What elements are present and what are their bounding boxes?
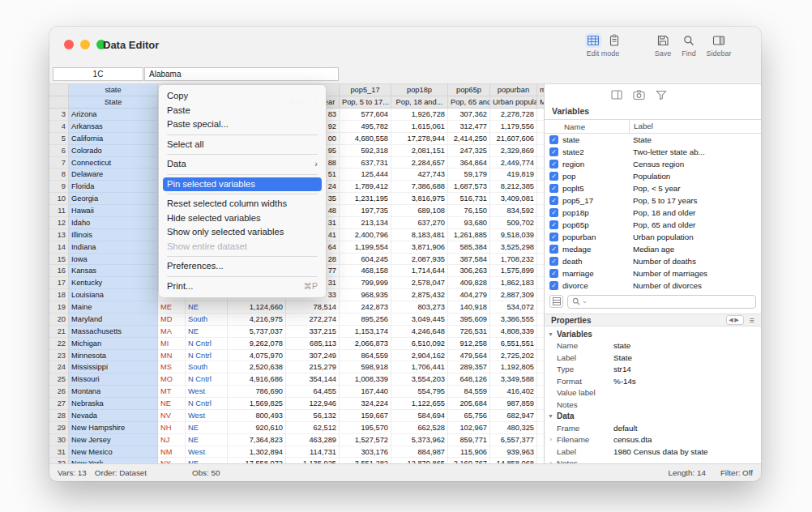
cell-pop[interactable]: 4,216,975 [228, 314, 286, 326]
property-value[interactable]: str14 [613, 365, 761, 373]
cell-medage[interactable] [537, 133, 544, 145]
cell-pop[interactable]: 9,262,078 [228, 338, 286, 350]
cell-rownum[interactable]: 17 [49, 277, 69, 289]
cell-rownum[interactable]: 15 [49, 254, 69, 266]
cell-region[interactable]: South [186, 361, 228, 373]
cell-rownum[interactable]: 13 [49, 229, 69, 241]
cell-state[interactable]: Illinois [69, 229, 158, 241]
cell-popurban[interactable]: 3,386,555 [490, 314, 537, 326]
cell-region[interactable]: West [186, 446, 228, 459]
properties-section-variables[interactable]: ▼Variables [545, 328, 761, 340]
cell-state[interactable]: Indiana [69, 241, 158, 254]
cell-state2[interactable]: NV [158, 410, 186, 422]
col-header-medage[interactable]: medage [537, 84, 544, 96]
cell-medage[interactable] [537, 289, 544, 301]
cell-rownum[interactable]: 22 [49, 338, 69, 350]
cell-pop18p[interactable]: 6,510,092 [391, 338, 448, 350]
cell-state[interactable]: Louisiana [69, 289, 158, 301]
menu-item-reset-selected-column-widths[interactable]: Reset selected column widths [159, 197, 326, 211]
variables-label-header[interactable]: Label [629, 120, 761, 133]
cell-pop5_17[interactable]: 1,231,195 [340, 193, 391, 205]
cell-state[interactable]: Michigan [69, 338, 158, 350]
cell-pop65p[interactable]: 364,864 [448, 157, 490, 169]
variable-checkbox[interactable]: ✓ [549, 245, 558, 254]
col-header-state[interactable]: state [69, 84, 158, 96]
cell-medage[interactable] [537, 277, 544, 289]
cell-pop18p[interactable]: 1,122,655 [391, 398, 448, 410]
variable-row-region[interactable]: ✓regionCensus region [545, 158, 761, 170]
cell-rownum[interactable]: 7 [49, 157, 69, 169]
menu-item-preferences[interactable]: Preferences... [159, 259, 326, 274]
cell-pop18p[interactable]: 17,278,944 [391, 133, 448, 145]
cell-pop[interactable]: 920,610 [228, 422, 286, 434]
cell-state2[interactable]: MI [158, 338, 186, 350]
menu-item-copy[interactable]: Copy [159, 89, 326, 104]
properties-section-data[interactable]: ▼Data [545, 411, 761, 423]
cell-popurban[interactable]: 4,808,339 [490, 326, 537, 338]
cell-state[interactable]: Delaware [69, 169, 158, 181]
cell-medage[interactable] [537, 422, 544, 434]
cell-rownum[interactable]: 14 [49, 241, 69, 254]
cell-pop5_17[interactable]: 159,667 [340, 410, 391, 422]
variable-checkbox[interactable]: ✓ [549, 184, 558, 193]
cell-pop65p[interactable]: 395,609 [448, 314, 490, 326]
cell-rownum[interactable]: 28 [49, 410, 69, 422]
cell-state[interactable]: Georgia [69, 193, 158, 205]
cell-pop5_17[interactable]: 195,570 [340, 422, 391, 434]
cell-pop65p[interactable]: 1,261,885 [448, 229, 490, 241]
cell-pop5_17[interactable]: 242,873 [340, 301, 391, 314]
cell-pop65p[interactable]: 387,584 [448, 254, 490, 266]
cell-rownum[interactable]: 11 [49, 205, 69, 217]
cell-medage[interactable] [537, 373, 544, 386]
property-value[interactable]: census.dta [613, 435, 761, 444]
menu-item-pin-selected-variables[interactable]: Pin selected variables [163, 177, 322, 192]
close-button[interactable] [64, 40, 74, 49]
cell-pop5_17[interactable]: 4,680,558 [340, 133, 391, 145]
cell-state[interactable]: Montana [69, 386, 158, 398]
variable-row-state[interactable]: ✓stateState [545, 134, 761, 146]
cell-pop65p[interactable]: 726,531 [448, 326, 490, 338]
cell-state[interactable]: Mississippi [69, 361, 158, 373]
cell-pop18p[interactable]: 2,904,162 [391, 350, 448, 362]
cell-popurban[interactable]: 416,402 [490, 386, 537, 398]
cell-pop18p[interactable]: 1,706,441 [391, 361, 448, 373]
cell-popurban[interactable]: 3,409,081 [490, 193, 537, 205]
cell-pop[interactable]: 7,364,823 [228, 434, 286, 446]
camera-icon[interactable] [633, 89, 645, 100]
cell-region[interactable]: NE [186, 458, 228, 463]
cell-popurban[interactable]: 2,278,728 [490, 109, 537, 121]
cell-pop18p[interactable]: 3,049,445 [391, 314, 448, 326]
cell-pop[interactable]: 1,124,660 [228, 301, 286, 314]
property-value[interactable]: %-14s [613, 377, 761, 386]
cell-popurban[interactable]: 480,325 [490, 422, 537, 434]
cell-popurban[interactable]: 419,819 [490, 169, 537, 181]
cell-poplt5[interactable]: 114,731 [286, 446, 340, 459]
cell-pop18p[interactable]: 1,926,728 [391, 109, 448, 121]
cell-rownum[interactable]: 10 [49, 193, 69, 205]
cell-rownum[interactable]: 9 [49, 181, 69, 193]
cell-state[interactable]: Arkansas [69, 121, 158, 133]
cell-pop5_17[interactable]: 864,559 [340, 350, 391, 362]
cell-medage[interactable] [537, 410, 544, 422]
variable-checkbox[interactable]: ✓ [549, 281, 558, 290]
cell-pop5_17[interactable]: 1,153,174 [340, 326, 391, 338]
cell-pop18p[interactable]: 662,528 [391, 422, 448, 434]
cell-medage[interactable] [537, 145, 544, 157]
cell-state[interactable]: Kansas [69, 265, 158, 277]
cell-rownum[interactable]: 6 [49, 145, 69, 157]
cell-rownum[interactable]: 25 [49, 373, 69, 386]
cell-pop[interactable]: 17,558,072 [228, 458, 286, 463]
cell-pop18p[interactable]: 2,875,432 [391, 289, 448, 301]
cell-pop5_17[interactable]: 577,604 [340, 109, 391, 121]
cell-state2[interactable]: NE [158, 398, 186, 410]
cell-popurban[interactable]: 682,947 [490, 410, 537, 422]
cell-pop5_17[interactable]: 125,444 [340, 169, 391, 181]
cell-pop5_17[interactable]: 1,008,339 [340, 373, 391, 386]
cell-rownum[interactable]: 5 [49, 133, 69, 145]
cell-rownum[interactable]: 31 [49, 446, 69, 459]
cell-rownum[interactable]: 20 [49, 314, 69, 326]
cell-state2[interactable]: MN [158, 350, 186, 362]
col-header-pop5_17[interactable]: Pop, 5 to 17... [340, 96, 391, 109]
cell-medage[interactable] [537, 121, 544, 133]
variable-row-medage[interactable]: ✓medageMedian age [545, 243, 761, 255]
